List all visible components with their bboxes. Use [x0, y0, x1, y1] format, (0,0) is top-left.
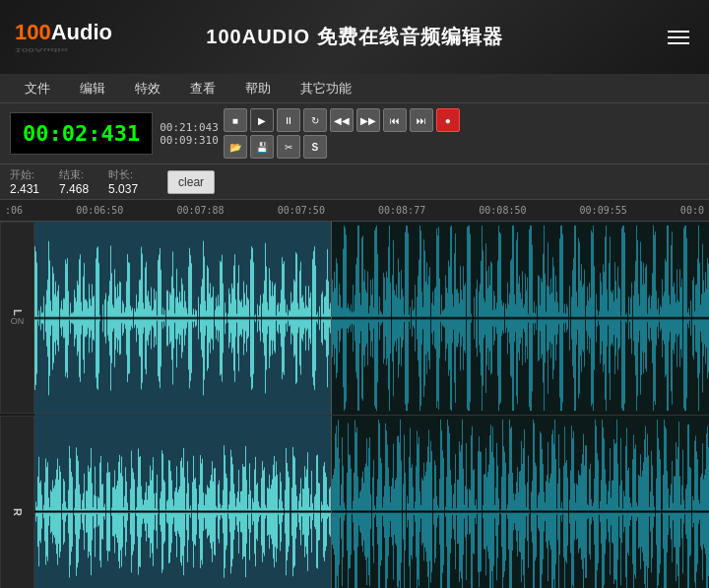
cut-button[interactable]: ✂ [277, 135, 300, 159]
time-sub2: 00:09:310 [160, 134, 219, 147]
channel-L-letter: L [12, 309, 24, 316]
timeline-mark-0: :06 [5, 205, 23, 216]
menu-item-file[interactable]: 文件 [10, 74, 65, 102]
start-value: 2.431 [10, 182, 39, 196]
transport-controls: ■ ▶ ⏸ ↻ ◀◀ ▶▶ ⏮ ⏭ ● 📂 💾 ✂ S [224, 108, 460, 159]
hamburger-line-1 [668, 31, 689, 33]
time-sub1: 00:21:043 [160, 121, 219, 134]
transport-row-2: 📂 💾 ✂ S [224, 135, 460, 159]
duration-value: 5.037 [108, 182, 138, 196]
hamburger-line-3 [668, 42, 689, 44]
save-file-button[interactable]: 💾 [250, 135, 274, 159]
play-button[interactable]: ▶ [250, 108, 274, 132]
timeline-mark-5: 00:08:50 [479, 205, 526, 216]
menu-item-other[interactable]: 其它功能 [286, 74, 366, 102]
record-button[interactable]: ● [436, 108, 460, 132]
timeline-labels: :06 00:06:50 00:07:88 00:07:50 00:08:77 … [5, 205, 704, 216]
waveform-channel-R[interactable] [34, 416, 709, 589]
menu-item-help[interactable]: 帮助 [230, 74, 286, 102]
stop-button[interactable]: ■ [224, 108, 247, 132]
start-label: 开始: [10, 167, 34, 182]
channel-L-sublabel: ON [11, 316, 25, 326]
channel-labels: L ON R [0, 222, 34, 588]
controls-bar: 00:02:431 00:21:043 00:09:310 ■ ▶ ⏸ ↻ ◀◀… [0, 103, 709, 164]
to-start-button[interactable]: ⏮ [383, 108, 407, 132]
sub-times: 00:21:043 00:09:310 [160, 121, 219, 147]
app-logo: 100Audio 100Audio [15, 20, 112, 55]
waveform-area[interactable] [34, 222, 709, 588]
timeline-mark-4: 00:08:77 [378, 205, 425, 216]
hamburger-line-2 [668, 36, 689, 38]
rewind-button[interactable]: ◀◀ [330, 108, 354, 132]
timeline-mark-6: 00:09:55 [580, 205, 627, 216]
logo-audio: Audio [51, 20, 112, 44]
end-value: 7.468 [59, 182, 89, 196]
hamburger-menu-button[interactable] [663, 26, 694, 49]
time-display: 00:02:431 [10, 112, 153, 155]
to-end-button[interactable]: ⏭ [410, 108, 433, 132]
logo-100: 100 [15, 20, 51, 44]
loop-button[interactable]: ↻ [303, 108, 327, 132]
duration-info: 时长: 5.037 [108, 167, 138, 196]
transport-row-1: ■ ▶ ⏸ ↻ ◀◀ ▶▶ ⏮ ⏭ ● [224, 108, 460, 132]
page-title: 100AUDIO 免费在线音频编辑器 [206, 24, 502, 50]
menu-item-edit[interactable]: 编辑 [65, 74, 120, 102]
channel-L-label: L ON [0, 222, 34, 414]
info-row: 开始: 2.431 结束: 7.468 时长: 5.037 clear [0, 164, 709, 200]
channel-R-letter: R [12, 508, 24, 516]
channel-R-label: R [0, 416, 34, 588]
open-file-button[interactable]: 📂 [224, 135, 247, 159]
forward-button[interactable]: ▶▶ [356, 108, 380, 132]
duration-label: 时长: [108, 167, 133, 182]
clear-button[interactable]: clear [167, 170, 215, 194]
logo-reflection: 100Audio [15, 47, 112, 52]
timeline-mark-7: 00:0 [680, 205, 704, 216]
waveform-container: L ON R [0, 222, 709, 588]
menu-item-view[interactable]: 查看 [175, 74, 230, 102]
timeline-mark-2: 00:07:88 [176, 205, 224, 216]
menu-item-effects[interactable]: 特效 [120, 74, 175, 102]
pause-button[interactable]: ⏸ [277, 108, 300, 132]
menu-bar: 文件 编辑 特效 查看 帮助 其它功能 [0, 74, 709, 103]
end-info: 结束: 7.468 [59, 167, 89, 196]
timeline-ruler: :06 00:06:50 00:07:88 00:07:50 00:08:77 … [0, 200, 709, 222]
end-label: 结束: [59, 167, 84, 182]
waveform-channel-L[interactable] [34, 222, 709, 416]
timeline-mark-1: 00:06:50 [76, 205, 123, 216]
s-button[interactable]: S [303, 135, 327, 159]
start-info: 开始: 2.431 [10, 167, 39, 196]
timeline-mark-3: 00:07:50 [278, 205, 325, 216]
app-header: 100Audio 100Audio 100AUDIO 免费在线音频编辑器 [0, 0, 709, 74]
